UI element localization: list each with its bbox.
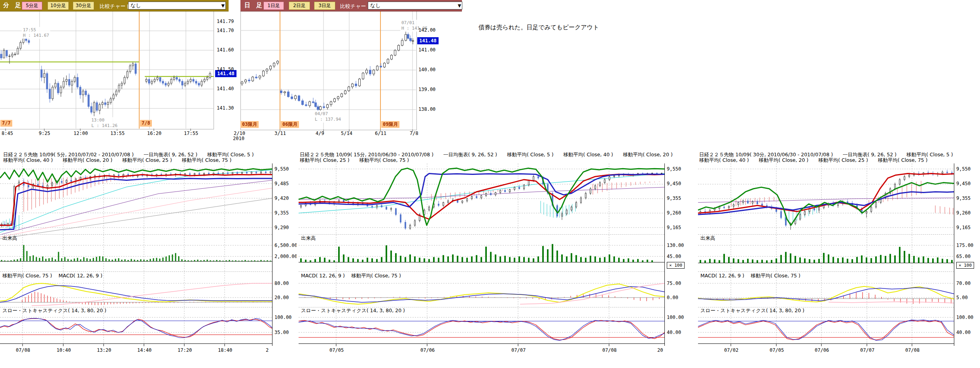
- chart1-y-axis-label: 9,290: [274, 225, 289, 230]
- minute-x-axis-label: 12:00: [74, 131, 88, 136]
- minute-panel-header: 分 足 5分足 10分足 30分足 比較チャート なし ▼: [0, 0, 229, 11]
- contract-badge-06: 06限月: [281, 121, 299, 128]
- contract-badge-09: 09限月: [381, 121, 399, 128]
- compare-chart-select[interactable]: なし ▼: [128, 2, 226, 9]
- chart3-header-line1: 日経２２５先物 10/09( 30分, 2010/06/30 - 2010/07…: [699, 152, 953, 157]
- compare-chart-label: 比較チャート: [100, 3, 131, 10]
- chart1-y-axis-label: 2,000.00: [274, 254, 297, 259]
- note-text: 債券は売られた。日足でみてもピークアウト: [479, 24, 599, 31]
- chart2-x-axis-label: 07/07: [511, 347, 526, 353]
- chart2-x-axis-label: 20: [657, 347, 663, 353]
- minute-x-axis-label: 13:55: [110, 131, 125, 136]
- chart3-header-line2: 移動平均( Close, 40 ) 移動平均( Close, 20 ) 移動平均…: [699, 157, 927, 163]
- chart3-y-axis-label: 9,165: [956, 225, 971, 230]
- daily-y-axis-label: 138.00: [418, 106, 435, 112]
- chart3-x-axis-label: 07/06: [815, 347, 829, 353]
- chart2-y-axis-label: 40.00: [667, 330, 681, 335]
- chart2-y-axis-label: 9,165: [667, 225, 681, 230]
- daily-x-axis-label: 3/11: [274, 131, 286, 136]
- chart2-x-axis-label: 07/05: [329, 347, 344, 353]
- divider: [698, 307, 954, 307]
- divider: [299, 234, 664, 235]
- divider: [0, 307, 272, 307]
- chart2-y-axis-label: 45.00: [667, 254, 681, 259]
- compare-chart-label: 比較チャート: [340, 3, 371, 10]
- chart2-y-axis-label: 0.00: [667, 295, 678, 300]
- minute-x-axis-label: 9:25: [39, 131, 50, 136]
- minute-low-annotation: 13:00L : 141.26: [90, 117, 119, 129]
- minute-high-annotation: 17:55H : 141.67: [22, 27, 50, 39]
- daily-panel-title: 日 足: [244, 2, 262, 9]
- chart2-y-axis-label: 9,450: [667, 181, 681, 186]
- chart3-y-axis-label: 5.00: [956, 295, 968, 300]
- daily-x-axis-label: 5/14: [341, 131, 352, 136]
- chart3-price-axis: [954, 163, 954, 346]
- chart3-y-axis-label: 9,450: [956, 181, 971, 186]
- daily-y-axis-label: 140.00: [418, 67, 435, 72]
- chart1-x-axis-label: 13:20: [97, 347, 111, 353]
- chart2-y-axis-label: 9,260: [667, 210, 681, 216]
- chart1-y-axis-label: 9,485: [274, 181, 289, 186]
- daily-panel-header: 日 足 1日足 2日足 3日足 比較チャート なし ▼: [240, 0, 462, 11]
- compare-chart-value: なし: [370, 2, 381, 8]
- chart2-header-line1: 日経２２５先物 10/09( 15分, 2010/06/30 - 2010/07…: [300, 152, 673, 157]
- chart1-y-axis-label: 100.00: [274, 315, 291, 320]
- divider: [0, 234, 272, 235]
- chart1-volume-label: 出来高: [2, 235, 17, 242]
- divider: [698, 234, 954, 235]
- chart2-volume-scale-badge: × 100: [667, 262, 685, 269]
- chart1-y-axis-label: 9,550: [274, 166, 289, 172]
- chart1-macd-label: 移動平均( Close, 75 ) MACD( 12, 26, 9 ): [2, 273, 102, 279]
- chart3-y-axis-label: 40.00: [956, 330, 971, 335]
- chart3-time-axis: [698, 343, 954, 344]
- button-30min[interactable]: 30分足: [73, 2, 94, 10]
- button-2day[interactable]: 2日足: [289, 2, 310, 10]
- contract-badge-03: 03限月: [240, 121, 259, 128]
- minute-y-axis-label: 141.40: [217, 86, 234, 91]
- chart3-x-axis-label: 07/02: [724, 347, 738, 353]
- chart2-x-axis-label: 07/06: [420, 347, 435, 353]
- chart2-x-axis-label: 07/08: [602, 347, 617, 353]
- button-5min[interactable]: 5分足: [22, 2, 42, 10]
- compare-chart-select[interactable]: なし ▼: [368, 2, 462, 9]
- chart2-price-axis: [664, 163, 665, 346]
- daily-high-annotation: 07/01H : 141.95: [400, 20, 429, 32]
- daily-low-annotation: 04/07L : 137.94: [314, 111, 342, 123]
- chart1-y-axis-label: 6,500.00: [274, 243, 297, 248]
- daily-x-axis-label: 2010: [233, 136, 244, 141]
- daily-y-axis-label: 139.00: [418, 87, 435, 92]
- chart2-y-axis-label: 75.00: [667, 281, 681, 286]
- chevron-down-icon: ▼: [221, 2, 225, 9]
- daily-x-axis-label: 2/10: [234, 131, 245, 136]
- daily-y-axis-label: 141.00: [418, 47, 435, 53]
- chart3-stoch-label: スロー・ストキャスティクス( 14, 3, 80, 20 ): [700, 307, 804, 314]
- chart2-time-axis: [299, 343, 665, 344]
- date-badge-7-7: 7/7: [0, 120, 12, 127]
- chart1-header-line2: 移動平均( Close, 40 ) 移動平均( Close, 20 ) 移動平均…: [3, 157, 231, 163]
- compare-chart-value: なし: [131, 2, 141, 8]
- chart1-x-axis-label: 14:40: [137, 347, 151, 353]
- minute-x-axis-label: 16:20: [147, 131, 161, 136]
- button-1day[interactable]: 1日足: [263, 2, 284, 10]
- chart3-y-axis-label: 65.00: [956, 254, 971, 259]
- minute-y-axis-label: 141.79: [217, 19, 234, 24]
- chart2-volume-label: 出来高: [301, 235, 316, 242]
- chart1-y-axis-label: 80.00: [274, 281, 289, 286]
- chart1-x-axis-label: 2: [266, 347, 269, 353]
- daily-last-price-badge: 141.48: [417, 37, 439, 44]
- divider: [698, 271, 954, 272]
- daily-x-axis-label: 4/9: [316, 131, 324, 136]
- chart2-y-axis-label: 9,550: [667, 166, 681, 172]
- button-3day[interactable]: 3日足: [314, 2, 335, 10]
- divider: [299, 307, 664, 307]
- button-10min[interactable]: 10分足: [47, 2, 69, 10]
- chart1-header-line1: 日経２２５先物 10/09( 5分, 2010/07/02 - 2010/07/…: [3, 152, 254, 157]
- minute-last-price-badge: 141.48: [215, 70, 236, 77]
- daily-x-axis-label: 6/11: [375, 131, 386, 136]
- minute-panel-title: 分 足: [3, 2, 21, 9]
- chart2-y-axis-label: 9,355: [667, 195, 681, 201]
- chart3-y-axis-label: 9,550: [956, 166, 971, 172]
- chart1-y-axis-label: 9,355: [274, 210, 289, 216]
- chart3-x-axis-label: 07/05: [770, 347, 784, 353]
- chart1-x-axis-label: 17:20: [178, 347, 192, 353]
